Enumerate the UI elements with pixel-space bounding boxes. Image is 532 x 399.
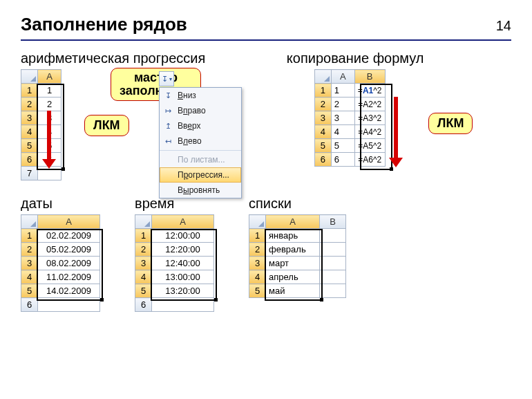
fill-handle-lists[interactable] (320, 298, 323, 301)
callout-lkm-right: ЛКМ (428, 113, 473, 134)
arrow-down-icon: ↧ (162, 90, 173, 101)
menu-item-left[interactable]: ↤Влево (160, 133, 241, 149)
label-lists: списки (249, 196, 346, 212)
lists-table: AB 1январь 2февраль 3март 4апрель 5май (249, 214, 346, 298)
arrow-left-icon: ↤ (162, 136, 173, 147)
menu-item-up[interactable]: ↥Вверх (160, 118, 241, 133)
menu-item-down[interactable]: ↧Вниз (160, 88, 241, 103)
label-dates: даты (21, 196, 100, 212)
menu-item-sheets: По листам... (160, 150, 241, 167)
menu-item-justify[interactable]: Выровнять (160, 183, 241, 198)
dropdown-caret-icon: ▾ (169, 76, 172, 82)
fill-handle[interactable] (61, 167, 65, 171)
fill-button[interactable]: ↧▾ (159, 71, 174, 86)
arrow-up-icon: ↥ (162, 120, 173, 131)
time-table: A 112:00:00 212:20:00 312:40:00 413:00:0… (135, 214, 214, 312)
label-formulas: копирование формул (287, 50, 511, 66)
dates-table: A 102.02.2009 205.02.2009 308.02.2009 41… (21, 214, 100, 312)
fill-handle-dates[interactable] (100, 298, 104, 301)
page-number: 14 (496, 18, 511, 34)
page-title: Заполнение рядов (21, 14, 187, 35)
label-arithmetic: арифметическая прогрессия (21, 50, 259, 66)
fill-down-arrow-icon: ↧ (162, 75, 168, 84)
formulas-table: AB 11=A1^2 22=A2^2 33=A3^2 44=A4^2 55=A5… (314, 69, 386, 167)
menu-item-progression[interactable]: Прогрессия... (160, 167, 241, 183)
menu-item-right[interactable]: ↦Вправо (160, 103, 241, 118)
fill-handle-b[interactable] (390, 167, 393, 171)
arrow-right-icon: ↦ (162, 105, 173, 116)
drag-arrow-b (394, 97, 398, 159)
fill-handle-time[interactable] (214, 298, 218, 301)
fill-menu: ↧Вниз ↦Вправо ↥Вверх ↤Влево По листам...… (159, 87, 242, 198)
callout-lkm-left: ЛКМ (84, 115, 129, 136)
drag-arrow (47, 111, 51, 160)
title-underline (21, 39, 511, 41)
